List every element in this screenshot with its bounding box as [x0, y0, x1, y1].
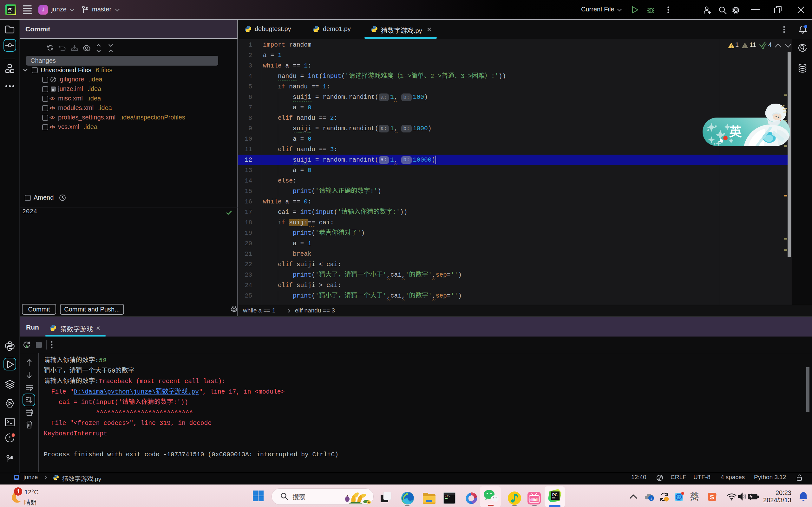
svg-text:C:\: C:\ [445, 495, 450, 498]
svg-text:英: 英 [690, 492, 699, 502]
svg-text:S: S [710, 494, 714, 501]
svg-text:PC: PC [552, 493, 558, 497]
svg-text:1: 1 [17, 488, 20, 495]
svg-text:英: 英 [729, 122, 742, 139]
svg-text:bilibili: bilibili [529, 498, 539, 502]
svg-text:PC: PC [8, 7, 12, 11]
